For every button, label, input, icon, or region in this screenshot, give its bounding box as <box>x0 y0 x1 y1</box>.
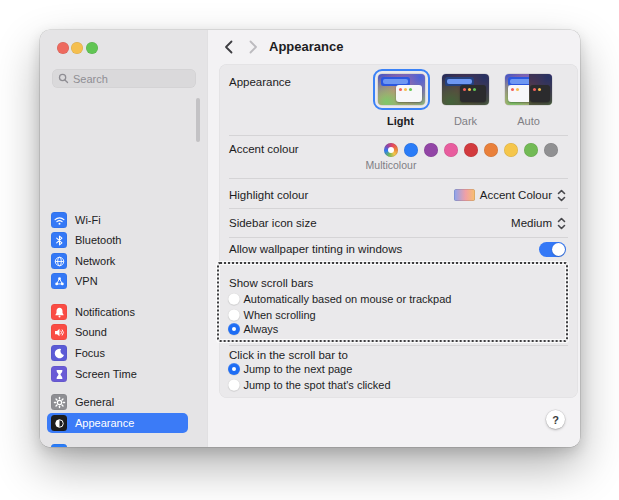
appearance-option-auto[interactable] <box>505 74 552 105</box>
speaker-icon <box>51 324 67 340</box>
radio-circle[interactable] <box>228 379 240 391</box>
stepper-chevrons-icon <box>557 189 566 202</box>
wifi-icon <box>51 212 67 228</box>
radio-jump-next-page[interactable]: Jump to the next page <box>228 362 352 376</box>
highlight-colour-row-label: Highlight colour <box>229 188 308 202</box>
accent-orange-dot[interactable] <box>484 143 498 157</box>
accent-red-dot[interactable] <box>464 143 478 157</box>
radio-label: When scrolling <box>244 309 316 321</box>
sidebar-icon-size-value: Medium <box>511 217 552 229</box>
sidebar-item-label: Sound <box>75 326 107 338</box>
accent-colour-row-label: Accent colour <box>229 142 299 156</box>
accent-purple-dot[interactable] <box>424 143 438 157</box>
sidebar-scrollbar[interactable] <box>196 98 200 142</box>
bell-icon <box>51 304 67 320</box>
contrast-icon <box>51 415 67 431</box>
bluetooth-icon <box>51 232 67 248</box>
radio-circle[interactable] <box>228 363 240 375</box>
search-input[interactable] <box>73 69 191 88</box>
sidebar-item-label: Wi-Fi <box>75 214 101 226</box>
accessibility-icon <box>51 444 67 447</box>
accent-selected-caption: Multicolour <box>356 159 426 171</box>
settings-card: Appearance Light Dark Auto <box>219 64 578 398</box>
sidebar-item-notifications[interactable]: Notifications <box>47 302 188 322</box>
dark-option-label: Dark <box>442 115 489 128</box>
radio-label: Jump to the spot that's clicked <box>244 379 391 391</box>
sidebar-item-label: Appearance <box>75 417 134 429</box>
radio-label: Always <box>244 323 279 335</box>
sidebar-item-label: General <box>75 396 114 408</box>
sidebar-item-wifi[interactable]: Wi-Fi <box>47 210 188 230</box>
sidebar-item-general[interactable]: General <box>47 392 188 412</box>
accent-green-dot[interactable] <box>524 143 538 157</box>
search-field[interactable] <box>52 69 196 88</box>
accent-graphite-dot[interactable] <box>544 143 558 157</box>
sidebar-item-appearance[interactable]: Appearance <box>47 413 188 433</box>
globe-icon <box>51 253 67 269</box>
sidebar-item-vpn[interactable]: VPN <box>47 271 188 291</box>
accent-blue-dot[interactable] <box>404 143 418 157</box>
sidebar-icon-size-row-label: Sidebar icon size <box>229 216 317 230</box>
light-thumbnail <box>378 74 425 105</box>
system-settings-window: Wi-Fi Bluetooth Network VPN Notification… <box>40 30 580 447</box>
radio-label: Automatically based on mouse or trackpad <box>244 293 452 305</box>
appearance-option-light[interactable] <box>373 69 430 110</box>
sidebar-icon-size-popup[interactable]: Medium <box>511 215 566 231</box>
accent-yellow-dot[interactable] <box>504 143 518 157</box>
search-icon <box>58 73 69 84</box>
sidebar-item-bluetooth[interactable]: Bluetooth <box>47 230 188 250</box>
vpn-nodes-icon <box>51 273 67 289</box>
help-button[interactable]: ? <box>546 410 565 429</box>
radio-circle[interactable] <box>228 309 240 321</box>
radio-label: Jump to the next page <box>244 363 353 375</box>
radio-circle[interactable] <box>228 293 240 305</box>
zoom-window-button[interactable] <box>86 42 98 54</box>
sidebar-item-label: VPN <box>75 275 98 287</box>
sidebar-item-focus[interactable]: Focus <box>47 343 188 363</box>
appearance-row-label: Appearance <box>229 75 291 89</box>
sidebar: Wi-Fi Bluetooth Network VPN Notification… <box>40 30 207 447</box>
accent-multicolour-dot[interactable] <box>384 143 398 157</box>
gear-icon <box>51 394 67 410</box>
back-button[interactable] <box>221 39 237 55</box>
show-scroll-bars-label: Show scroll bars <box>229 276 313 290</box>
highlight-colour-value: Accent Colour <box>480 189 552 201</box>
sidebar-item-label: Focus <box>75 347 105 359</box>
hourglass-icon <box>51 366 67 382</box>
radio-automatically[interactable]: Automatically based on mouse or trackpad <box>228 292 451 306</box>
sidebar-item-label: Screen Time <box>75 368 137 380</box>
wallpaper-tinting-toggle[interactable] <box>539 242 566 257</box>
content-pane: Appearance Appearance Light <box>207 30 580 447</box>
sidebar-item-screen-time[interactable]: Screen Time <box>47 364 188 384</box>
highlight-colour-swatch <box>454 189 475 201</box>
accent-colour-dots <box>384 143 558 157</box>
radio-when-scrolling[interactable]: When scrolling <box>228 308 316 322</box>
sidebar-item-sound[interactable]: Sound <box>47 322 188 342</box>
stepper-chevrons-icon <box>557 217 566 230</box>
close-window-button[interactable] <box>57 42 69 54</box>
wallpaper-tinting-row-label: Allow wallpaper tinting in windows <box>229 242 402 256</box>
sidebar-item-partial[interactable] <box>47 442 188 447</box>
sidebar-item-network[interactable]: Network <box>47 251 188 271</box>
sidebar-item-label: Notifications <box>75 306 135 318</box>
forward-button[interactable] <box>245 39 261 55</box>
appearance-option-dark[interactable] <box>442 74 489 105</box>
sidebar-item-label: Network <box>75 255 115 267</box>
light-option-label: Light <box>372 115 429 128</box>
radio-always[interactable]: Always <box>228 322 278 336</box>
accent-pink-dot[interactable] <box>444 143 458 157</box>
click-scroll-bar-label: Click in the scroll bar to <box>229 348 348 362</box>
highlight-colour-popup[interactable]: Accent Colour <box>454 187 566 203</box>
moon-icon <box>51 345 67 361</box>
radio-circle[interactable] <box>228 323 240 335</box>
sidebar-item-label: Bluetooth <box>75 234 121 246</box>
auto-option-label: Auto <box>505 115 552 128</box>
minimize-window-button[interactable] <box>71 42 83 54</box>
radio-jump-to-spot[interactable]: Jump to the spot that's clicked <box>228 378 391 392</box>
page-title: Appearance <box>269 39 343 54</box>
